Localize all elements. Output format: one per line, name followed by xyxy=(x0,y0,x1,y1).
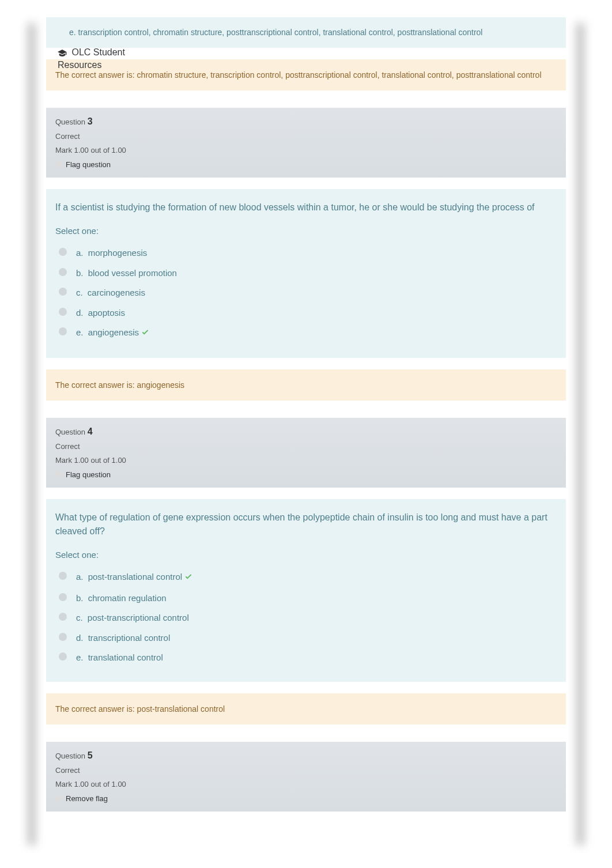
q3-body: If a scientist is studying the formation… xyxy=(46,189,566,358)
graduation-cap-icon xyxy=(58,47,71,57)
flag-icon xyxy=(55,161,62,168)
flag-label: Flag question xyxy=(66,160,111,169)
option-text: morphogenesis xyxy=(88,248,148,258)
q4-options: a. post-translational controlb. chromati… xyxy=(55,567,557,668)
option-text: blood vessel promotion xyxy=(88,268,177,278)
option-text: translational control xyxy=(88,652,163,662)
option-letter: e. xyxy=(76,327,86,337)
radio-icon xyxy=(59,268,67,276)
feedback-answer: post-translational control xyxy=(137,704,225,714)
q4-info: Question 4 Correct Mark 1.00 out of 1.00… xyxy=(46,418,566,488)
q4-feedback: The correct answer is: post-translationa… xyxy=(46,693,566,724)
option-letter: a. xyxy=(76,248,86,258)
flag-label: Flag question xyxy=(66,470,111,479)
radio-icon xyxy=(59,327,67,335)
answer-option[interactable]: a. post-translational control xyxy=(55,567,557,588)
option-text: transcription control, chromatin structu… xyxy=(78,28,483,37)
option-letter: d. xyxy=(76,308,86,318)
option-text: post-transcriptional control xyxy=(88,613,189,622)
answer-option[interactable]: b. chromatin regulation xyxy=(55,588,557,609)
radio-icon xyxy=(59,572,67,580)
option-text: apoptosis xyxy=(88,308,125,318)
q3-stem: If a scientist is studying the formation… xyxy=(55,201,557,214)
q-mark: Mark 1.00 out of 1.00 xyxy=(55,455,557,466)
radio-icon xyxy=(59,633,67,641)
q4-body: What type of regulation of gene expressi… xyxy=(46,499,566,682)
answer-option[interactable]: d. apoptosis xyxy=(55,303,557,323)
q-grade: Correct xyxy=(55,765,557,776)
option-letter: e. xyxy=(76,652,86,662)
option-text: post-translational control xyxy=(88,572,182,582)
option-text: angiogenesis xyxy=(88,327,139,337)
olc-label-2: Resources xyxy=(58,60,101,70)
radio-icon xyxy=(59,652,67,661)
option-text: transcriptional control xyxy=(88,633,171,643)
check-icon xyxy=(184,572,192,585)
q3-options: a. morphogenesisb. blood vessel promotio… xyxy=(55,243,557,344)
answer-option[interactable]: a. morphogenesis xyxy=(55,243,557,263)
answer-option[interactable]: d. transcriptional control xyxy=(55,628,557,648)
select-one-label: Select one: xyxy=(55,225,557,238)
q-mark: Mark 1.00 out of 1.00 xyxy=(55,145,557,156)
flag-icon xyxy=(55,795,62,802)
q-number: 5 xyxy=(88,750,93,760)
feedback-prefix: The correct answer is: xyxy=(55,704,137,714)
option-letter: a. xyxy=(76,572,86,582)
check-icon xyxy=(141,327,149,341)
answer-option[interactable]: e. translational control xyxy=(55,648,557,668)
q5-info: Question 5 Correct Mark 1.00 out of 1.00… xyxy=(46,742,566,812)
q-label: Question xyxy=(55,752,85,760)
q4-stem: What type of regulation of gene expressi… xyxy=(55,511,557,538)
q-label: Question xyxy=(55,428,85,436)
flag-label: Remove flag xyxy=(66,794,108,803)
feedback-answer: chromatin structure, transcription contr… xyxy=(137,70,542,80)
answer-option[interactable]: c. carcinogenesis xyxy=(55,283,557,303)
q-grade: Correct xyxy=(55,131,557,142)
radio-icon xyxy=(59,308,67,316)
remove-flag-link[interactable]: Remove flag xyxy=(55,793,557,805)
option-letter: b. xyxy=(76,268,86,278)
radio-icon xyxy=(59,593,67,601)
q-number: 3 xyxy=(88,116,93,126)
q3-info: Question 3 Correct Mark 1.00 out of 1.00… xyxy=(46,108,566,178)
radio-icon xyxy=(59,613,67,621)
q-mark: Mark 1.00 out of 1.00 xyxy=(55,779,557,790)
option-letter: c. xyxy=(76,613,85,622)
option-letter: e. xyxy=(69,28,76,37)
feedback-answer: angiogenesis xyxy=(137,380,185,390)
radio-icon xyxy=(59,248,67,256)
flag-question-link[interactable]: Flag question xyxy=(55,159,557,171)
q-number: 4 xyxy=(88,427,93,436)
q-label: Question xyxy=(55,118,85,126)
answer-option[interactable]: c. post-transcriptional control xyxy=(55,608,557,628)
olc-label-1: OLC Student xyxy=(71,47,125,57)
answer-option[interactable]: e. angiogenesis xyxy=(55,323,557,344)
option-letter: b. xyxy=(76,593,86,603)
select-one-label: Select one: xyxy=(55,549,557,562)
option-text: carcinogenesis xyxy=(88,288,145,297)
q3-feedback: The correct answer is: angiogenesis xyxy=(46,369,566,401)
radio-icon xyxy=(59,288,67,296)
q-grade: Correct xyxy=(55,441,557,452)
q2-option-e[interactable]: e. transcription control, chromatin stru… xyxy=(46,17,566,48)
option-letter: c. xyxy=(76,288,85,297)
option-letter: d. xyxy=(76,633,86,643)
option-text: chromatin regulation xyxy=(88,593,167,603)
flag-icon xyxy=(55,471,62,478)
olc-student-resources-link[interactable]: OLC Student Resources xyxy=(58,46,161,72)
flag-question-link[interactable]: Flag question xyxy=(55,469,557,481)
feedback-prefix: The correct answer is: xyxy=(55,380,137,390)
answer-option[interactable]: b. blood vessel promotion xyxy=(55,263,557,284)
